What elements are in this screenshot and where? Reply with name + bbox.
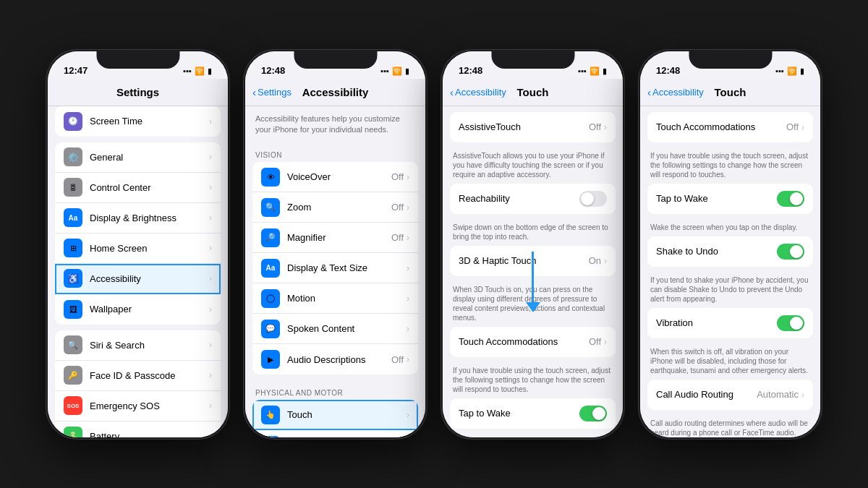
3dtouch-value: On	[589, 255, 601, 266]
touch-label: Touch	[287, 409, 407, 420]
item-magnifier[interactable]: 🔎 Magnifier Off ›	[252, 223, 418, 253]
callaudio-desc: Call audio routing determines where audi…	[640, 416, 820, 437]
item-zoom[interactable]: 🔍 Zoom Off ›	[252, 192, 418, 223]
group-siri: 🔍 Siri & Search › 🔑 Face ID & Passcode ›…	[55, 330, 221, 437]
group-taptowake: Tap to Wake	[450, 398, 616, 429]
item-faceid[interactable]: 🔑 Face ID & Passcode ›	[55, 361, 221, 391]
item-control-center[interactable]: 🎛 Control Center ›	[55, 173, 221, 203]
nav-title-1: Settings	[116, 86, 159, 98]
item-screentime[interactable]: 🕐 Screen Time ›	[55, 106, 221, 137]
phone-3: 12:48 ▪▪▪ 🛜 ▮ ‹ Accessibility Touch	[441, 49, 625, 440]
item-faceid-att[interactable]: 🙂 Face ID & Attention ›	[252, 430, 418, 437]
item-audiodesc[interactable]: ▶ Audio Descriptions Off ›	[252, 344, 418, 374]
item-shake-4[interactable]: Shake to Undo	[647, 236, 813, 267]
taptowake-toggle[interactable]	[579, 406, 607, 421]
magnifier-value: Off	[391, 232, 404, 243]
display-label: Display & Brightness	[90, 213, 209, 223]
item-motion[interactable]: ◯ Motion ›	[252, 283, 418, 314]
chevron: ›	[801, 122, 804, 132]
touch-icon: 👆	[261, 406, 280, 424]
item-display-text[interactable]: Aa Display & Text Size ›	[252, 253, 418, 283]
group-general: ⚙️ General › 🎛 Control Center › Aa Displ…	[55, 142, 221, 325]
chevron: ›	[209, 304, 212, 314]
chevron: ›	[209, 370, 212, 380]
wallpaper-label: Wallpaper	[90, 304, 209, 314]
motion-label: Motion	[287, 293, 407, 304]
wifi-icon: 🛜	[590, 67, 600, 76]
item-voiceover[interactable]: 👁 VoiceOver Off ›	[252, 162, 418, 192]
notch-2	[294, 51, 377, 69]
reachability-toggle[interactable]	[579, 191, 607, 207]
chevron: ›	[209, 431, 212, 437]
section-vision: VISION	[245, 142, 425, 162]
item-reachability[interactable]: Reachability	[450, 184, 616, 214]
status-icons-3: ▪▪▪ 🛜 ▮	[578, 67, 607, 76]
taptowake-label: Tap to Wake	[459, 408, 579, 419]
audiodesc-icon: ▶	[261, 350, 280, 369]
touchacc4-label: Touch Accommodations	[656, 121, 786, 132]
controlcenter-label: Control Center	[90, 182, 209, 193]
group-assistive: AssistiveTouch Off ›	[450, 112, 616, 142]
item-touchacc-4[interactable]: Touch Accommodations Off ›	[647, 112, 813, 142]
item-taptowake[interactable]: Tap to Wake	[450, 398, 616, 429]
item-display[interactable]: Aa Display & Brightness ›	[55, 203, 221, 234]
vibration-toggle[interactable]	[777, 315, 804, 331]
group-vision: 👁 VoiceOver Off › 🔍 Zoom Off › 🔎 Magnifi…	[252, 162, 418, 374]
faceid-label: Face ID & Passcode	[90, 370, 209, 381]
chevron: ›	[209, 213, 212, 223]
chevron: ›	[604, 256, 607, 266]
taptowake4-desc: Wake the screen when you tap on the disp…	[640, 220, 820, 236]
item-touch[interactable]: 👆 Touch ›	[252, 400, 418, 430]
group-touchacc-4: Touch Accommodations Off ›	[647, 112, 813, 142]
item-battery[interactable]: 🔋 Battery ›	[55, 421, 221, 437]
shake4-label: Shake to Undo	[656, 246, 777, 257]
sos-icon: SOS	[64, 396, 82, 415]
screen-1: 🕐 Screen Time › ⚙️ General › 🎛	[48, 106, 228, 437]
motion-icon: ◯	[261, 289, 280, 308]
group-touchacc: Touch Accommodations Off ›	[450, 327, 616, 357]
settings-list-1: 🕐 Screen Time › ⚙️ General › 🎛	[48, 106, 228, 437]
taptowake4-toggle[interactable]	[777, 191, 804, 207]
back-arrow-3: ‹	[450, 86, 454, 98]
item-vibration[interactable]: Vibration	[647, 308, 813, 338]
item-assistivetouch[interactable]: AssistiveTouch Off ›	[450, 112, 616, 142]
chevron: ›	[407, 263, 409, 273]
group-screentime: 🕐 Screen Time ›	[55, 106, 221, 137]
item-touchacc[interactable]: Touch Accommodations Off ›	[450, 327, 616, 357]
touchacc-desc: If you have trouble using the touch scre…	[443, 363, 623, 398]
shake4-toggle[interactable]	[777, 244, 804, 260]
item-taptowake-4[interactable]: Tap to Wake	[647, 184, 813, 214]
callaudio-label: Call Audio Routing	[656, 389, 757, 400]
item-sos[interactable]: SOS Emergency SOS ›	[55, 391, 221, 421]
back-label-2: Settings	[258, 87, 292, 98]
zoom-label: Zoom	[287, 202, 391, 213]
item-homescreen[interactable]: ⊞ Home Screen ›	[55, 234, 221, 264]
assistive-desc: AssistiveTouch allows you to use your iP…	[443, 148, 623, 184]
time-4: 12:48	[656, 65, 680, 76]
chevron: ›	[407, 410, 409, 420]
item-spoken[interactable]: 💬 Spoken Content ›	[252, 314, 418, 344]
item-accessibility[interactable]: ♿ Accessibility ›	[55, 264, 221, 294]
item-wallpaper[interactable]: 🖼 Wallpaper ›	[55, 294, 221, 325]
signal-icon: ▪▪▪	[380, 67, 389, 75]
accessibility-label: Accessibility	[90, 273, 209, 284]
voiceover-label: VoiceOver	[287, 171, 391, 182]
item-siri[interactable]: 🔍 Siri & Search ›	[55, 330, 221, 361]
nav-title-4: Touch	[715, 86, 746, 98]
notch-1	[96, 51, 179, 69]
item-general[interactable]: ⚙️ General ›	[55, 142, 221, 173]
phone-1: 12:47 ▪▪▪ 🛜 ▮ Settings 🕐 Screen Time ›	[46, 49, 230, 440]
displaytext-icon: Aa	[261, 259, 280, 278]
nav-title-2: Accessibility	[302, 86, 369, 98]
back-button-3[interactable]: ‹ Accessibility	[450, 86, 506, 98]
touchacc-value: Off	[589, 336, 601, 347]
faceidatt-icon: 🙂	[261, 436, 280, 437]
back-label-3: Accessibility	[455, 87, 506, 98]
back-button-2[interactable]: ‹ Settings	[252, 86, 292, 98]
nav-title-3: Touch	[517, 86, 549, 98]
vibration-label: Vibration	[656, 317, 777, 328]
group-physical: 👆 Touch › 🙂 Face ID & Attention › ⊞ Swit…	[252, 400, 418, 437]
item-callaudio[interactable]: Call Audio Routing Automatic ›	[647, 380, 813, 410]
back-button-4[interactable]: ‹ Accessibility	[647, 86, 704, 98]
notch-4	[689, 51, 772, 69]
